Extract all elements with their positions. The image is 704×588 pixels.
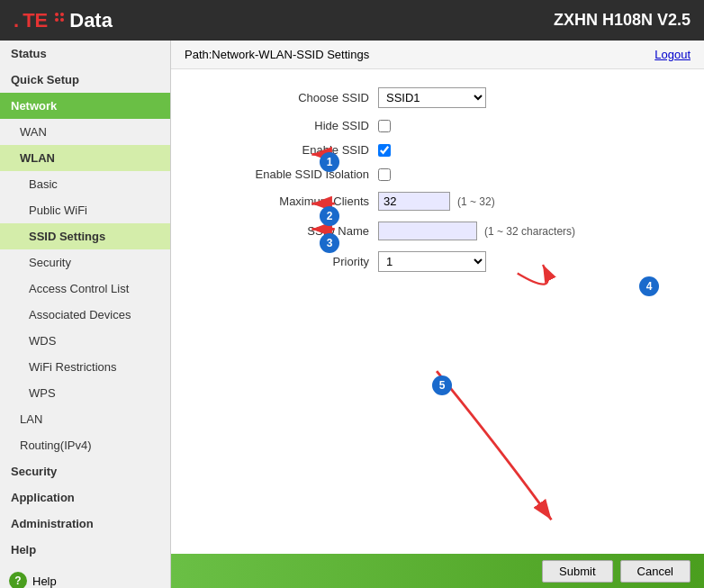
sidebar-item-network[interactable]: Network: [0, 93, 170, 119]
enable-ssid-isolation-control: [378, 168, 391, 181]
choose-ssid-label: Choose SSID: [198, 91, 378, 104]
help-icon: ?: [9, 572, 27, 588]
sidebar-item-status[interactable]: Status: [0, 41, 170, 67]
choose-ssid-row: Choose SSID SSID1 SSID2 SSID3 SSID4: [198, 87, 677, 108]
sidebar-item-quick-setup[interactable]: Quick Setup: [0, 67, 170, 93]
sidebar-item-security[interactable]: Security: [0, 249, 170, 276]
sidebar-item-basic[interactable]: Basic: [0, 171, 170, 197]
ssid-name-row: SSID Name (1 ~ 32 characters): [198, 222, 677, 240]
annotation-1: 1: [320, 152, 339, 172]
logo: . TE Data: [14, 9, 113, 32]
sidebar-item-wifi-restrictions[interactable]: WiFi Restrictions: [0, 354, 170, 380]
annotation-3: 3: [320, 233, 339, 253]
sidebar: Status Quick Setup Network WAN WLAN Basi…: [0, 41, 171, 588]
ssid-name-control: (1 ~ 32 characters): [378, 222, 575, 240]
main-layout: Status Quick Setup Network WAN WLAN Basi…: [0, 41, 704, 588]
path-bar: Path:Network-WLAN-SSID Settings Logout: [171, 41, 704, 69]
content-area: Choose SSID SSID1 SSID2 SSID3 SSID4 Hide…: [171, 69, 704, 554]
annotation-2: 2: [320, 206, 339, 226]
sidebar-item-wlan[interactable]: WLAN: [0, 145, 170, 171]
priority-label: Priority: [198, 255, 378, 268]
ssid-name-hint: (1 ~ 32 characters): [484, 225, 575, 238]
footer: Submit Cancel: [171, 554, 704, 588]
path-text: Path:Network-WLAN-SSID Settings: [185, 48, 369, 61]
annotation-5: 5: [432, 375, 452, 395]
sidebar-item-access-control-list[interactable]: Access Control List: [0, 276, 170, 302]
sidebar-item-help[interactable]: Help: [0, 537, 170, 563]
header: . TE Data ZXHN H108N V2.5: [0, 0, 704, 41]
header-title: ZXHN H108N V2.5: [554, 11, 690, 30]
maximum-clients-control: (1 ~ 32): [378, 192, 495, 211]
maximum-clients-row: Maximum Clients (1 ~ 32): [198, 192, 677, 211]
maximum-clients-hint: (1 ~ 32): [457, 195, 495, 208]
enable-ssid-isolation-row: Enable SSID Isolation: [198, 167, 677, 181]
enable-ssid-checkbox[interactable]: [378, 144, 391, 157]
sidebar-item-application[interactable]: Application: [0, 484, 170, 511]
hide-ssid-row: Hide SSID: [198, 119, 677, 132]
sidebar-item-wds[interactable]: WDS: [0, 328, 170, 354]
sidebar-help[interactable]: ? Help: [0, 563, 170, 588]
priority-select[interactable]: 1 2 3 4: [378, 251, 486, 272]
priority-row: Priority 1 2 3 4: [198, 251, 677, 272]
maximum-clients-label: Maximum Clients: [198, 194, 378, 208]
ssid-name-input[interactable]: [378, 222, 477, 240]
sidebar-item-administration[interactable]: Administration: [0, 511, 170, 537]
maximum-clients-input[interactable]: [378, 192, 450, 211]
choose-ssid-select[interactable]: SSID1 SSID2 SSID3 SSID4: [378, 87, 486, 108]
logout-link[interactable]: Logout: [654, 48, 690, 61]
submit-button[interactable]: Submit: [542, 560, 612, 583]
enable-ssid-control: [378, 144, 391, 157]
hide-ssid-checkbox[interactable]: [378, 120, 391, 132]
enable-ssid-label: Enable SSID: [198, 143, 378, 157]
sidebar-item-routing-ipv4[interactable]: Routing(IPv4): [0, 432, 170, 458]
sidebar-item-lan[interactable]: LAN: [0, 406, 170, 432]
priority-control: 1 2 3 4: [378, 251, 486, 272]
annotation-4: 4: [639, 276, 659, 296]
sidebar-item-ssid-settings[interactable]: SSID Settings: [0, 223, 170, 249]
sidebar-item-wps[interactable]: WPS: [0, 380, 170, 406]
hide-ssid-control: [378, 120, 391, 132]
cancel-button[interactable]: Cancel: [620, 560, 690, 583]
logo-dot: .: [14, 9, 19, 32]
arrows-overlay: [171, 69, 704, 554]
logo-te: TE: [23, 9, 48, 32]
sidebar-help-label: Help: [32, 574, 57, 588]
logo-data: Data: [69, 9, 113, 32]
sidebar-item-security-section[interactable]: Security: [0, 458, 170, 484]
ssid-name-label: SSID Name: [198, 224, 378, 238]
hide-ssid-label: Hide SSID: [198, 119, 378, 132]
choose-ssid-control: SSID1 SSID2 SSID3 SSID4: [378, 87, 486, 108]
enable-ssid-isolation-checkbox[interactable]: [378, 168, 391, 181]
sidebar-item-public-wifi[interactable]: Public WiFi: [0, 197, 170, 223]
enable-ssid-row: Enable SSID: [198, 143, 677, 157]
sidebar-item-associated-devices[interactable]: Associated Devices: [0, 302, 170, 328]
main-content: Path:Network-WLAN-SSID Settings Logout C…: [171, 41, 704, 588]
enable-ssid-isolation-label: Enable SSID Isolation: [198, 167, 378, 181]
sidebar-item-wan[interactable]: WAN: [0, 119, 170, 145]
